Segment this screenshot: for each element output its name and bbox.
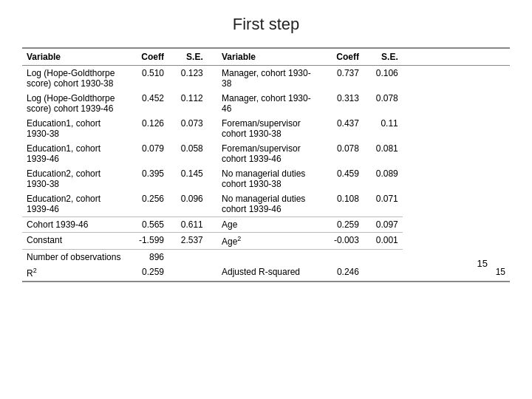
page-number: 15 — [477, 258, 488, 269]
cell-coeff: 0.259 — [129, 265, 168, 282]
table-row: Education1, cohort 1939-460.0790.058Fore… — [22, 141, 510, 166]
header-gap — [208, 48, 217, 66]
cell-coeff: 0.079 — [129, 141, 168, 166]
cell-variable2: No managerial duties cohort 1930-38 — [217, 166, 324, 191]
cell-gap — [208, 233, 217, 250]
cell-coeff2: -0.003 — [324, 233, 364, 250]
cell-variable2 — [217, 250, 324, 265]
header-variable2: Variable — [217, 48, 324, 66]
cell-se2: 0.081 — [364, 141, 403, 166]
cell-coeff2: 0.259 — [324, 217, 364, 233]
cell-se2: 0.097 — [364, 217, 403, 233]
cell-se: 0.145 — [168, 166, 208, 191]
cell-coeff: 0.395 — [129, 166, 168, 191]
regression-table: Variable Coeff S.E. Variable Coeff S.E. … — [22, 47, 510, 282]
cell-coeff2 — [324, 250, 364, 265]
cell-se: 0.096 — [168, 191, 208, 217]
cell-se2: 0.001 — [364, 233, 403, 250]
cell-gap — [208, 141, 217, 166]
table-row: Education2, cohort 1930-380.3950.145No m… — [22, 166, 510, 191]
table-row: Log (Hope-Goldthorpe score) cohort 1939-… — [22, 91, 510, 116]
table-row: Log (Hope-Goldthorpe score) cohort 1930-… — [22, 66, 510, 92]
cell-se — [168, 250, 208, 265]
cell-gap — [208, 91, 217, 116]
cell-se: 0.112 — [168, 91, 208, 116]
cell-se — [168, 265, 208, 282]
cell-variable2: Age — [217, 217, 324, 233]
cell-se: 0.611 — [168, 217, 208, 233]
header-variable: Variable — [22, 48, 129, 66]
header-coeff2: Coeff — [324, 48, 364, 66]
cell-variable: R2 — [22, 265, 129, 282]
cell-se2 — [364, 265, 403, 282]
cell-se2: 0.071 — [364, 191, 403, 217]
cell-se2: 0.11 — [364, 116, 403, 141]
cell-coeff2: 0.437 — [324, 116, 364, 141]
header-se2: S.E. — [364, 48, 403, 66]
cell-variable: Log (Hope-Goldthorpe score) cohort 1930-… — [22, 66, 129, 92]
cell-coeff2: 0.108 — [324, 191, 364, 217]
cell-variable2: Age2 — [217, 233, 324, 250]
cell-se: 0.058 — [168, 141, 208, 166]
cell-variable: Cohort 1939-46 — [22, 217, 129, 233]
cell-variable: Education2, cohort 1930-38 — [22, 166, 129, 191]
cell-coeff: 0.126 — [129, 116, 168, 141]
cell-variable: Education2, cohort 1939-46 — [22, 191, 129, 217]
cell-se2: 0.106 — [364, 66, 403, 92]
cell-gap — [208, 191, 217, 217]
cell-variable: Constant — [22, 233, 129, 250]
cell-variable: Number of observations — [22, 250, 129, 265]
cell-coeff2: 0.459 — [324, 166, 364, 191]
table-row: Number of observations896 — [22, 250, 510, 265]
cell-variable2: Foreman/supervisor cohort 1930-38 — [217, 116, 324, 141]
cell-variable: Education1, cohort 1939-46 — [22, 141, 129, 166]
table-row: R20.259Adjusted R-squared0.24615 — [22, 265, 510, 282]
cell-gap — [208, 166, 217, 191]
cell-coeff: 0.256 — [129, 191, 168, 217]
cell-se: 2.537 — [168, 233, 208, 250]
cell-gap — [208, 116, 217, 141]
cell-se2 — [364, 250, 403, 265]
cell-variable2: Manager, cohort 1930-38 — [217, 66, 324, 92]
cell-coeff2: 0.078 — [324, 141, 364, 166]
cell-variable2: Manager, cohort 1930-46 — [217, 91, 324, 116]
page-title: First step — [22, 15, 510, 34]
page-number-cell: 15 — [403, 265, 510, 282]
table-row: Education1, cohort 1930-380.1260.073Fore… — [22, 116, 510, 141]
cell-coeff: 896 — [129, 250, 168, 265]
cell-coeff2: 0.737 — [324, 66, 364, 92]
cell-variable2: Foreman/supervisor cohort 1939-46 — [217, 141, 324, 166]
table-row: Education2, cohort 1939-460.2560.096No m… — [22, 191, 510, 217]
cell-coeff2: 0.246 — [324, 265, 364, 282]
cell-se: 0.123 — [168, 66, 208, 92]
cell-coeff: -1.599 — [129, 233, 168, 250]
cell-se2: 0.089 — [364, 166, 403, 191]
cell-gap — [208, 250, 217, 265]
cell-variable2: Adjusted R-squared — [217, 265, 324, 282]
cell-gap — [208, 217, 217, 233]
cell-gap — [208, 66, 217, 92]
cell-coeff: 0.565 — [129, 217, 168, 233]
header-se: S.E. — [168, 48, 208, 66]
cell-gap — [208, 265, 217, 282]
cell-variable2: No managerial duties cohort 1939-46 — [217, 191, 324, 217]
table-row: Constant-1.5992.537Age2-0.0030.001 — [22, 233, 510, 250]
header-coeff: Coeff — [129, 48, 168, 66]
table-row: Cohort 1939-460.5650.611Age0.2590.097 — [22, 217, 510, 233]
cell-se2: 0.078 — [364, 91, 403, 116]
cell-variable: Log (Hope-Goldthorpe score) cohort 1939-… — [22, 91, 129, 116]
cell-coeff: 0.510 — [129, 66, 168, 92]
cell-se: 0.073 — [168, 116, 208, 141]
cell-variable: Education1, cohort 1930-38 — [22, 116, 129, 141]
cell-coeff2: 0.313 — [324, 91, 364, 116]
cell-coeff: 0.452 — [129, 91, 168, 116]
